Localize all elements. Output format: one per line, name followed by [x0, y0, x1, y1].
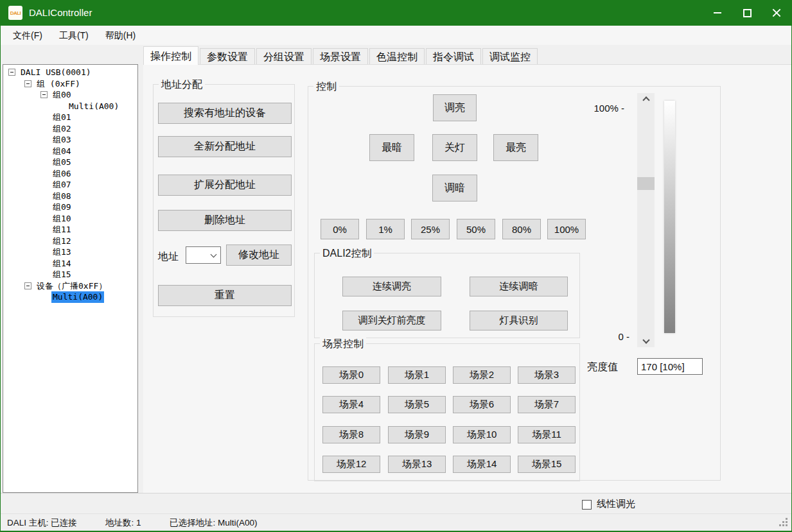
tree-item-14[interactable]: 组11: [3, 224, 137, 236]
luminaire-identify-button[interactable]: 灯具识别: [470, 311, 568, 330]
status-item-2: 已选择地址: Multi(A00): [170, 517, 258, 529]
tree-item-1[interactable]: 组 (0xFF): [3, 78, 137, 90]
tree-item-3[interactable]: Multi(A00): [3, 101, 137, 112]
brighten-button[interactable]: 调亮: [433, 94, 477, 121]
tree-item-19[interactable]: 设备（广播0xFF）: [3, 280, 137, 292]
scroll-up-button[interactable]: [637, 93, 655, 105]
tree-item-12[interactable]: 组09: [3, 202, 137, 213]
address-combobox[interactable]: [186, 246, 221, 264]
scroll-down-button[interactable]: [637, 336, 655, 347]
menu-bar: 文件(F)工具(T)帮助(H): [1, 26, 791, 45]
tree-item-4[interactable]: 组01: [3, 112, 137, 123]
group-title: 场景控制: [320, 338, 366, 350]
tree-item-16[interactable]: 组13: [3, 246, 137, 258]
scene-button-9[interactable]: 场景9: [388, 426, 446, 443]
modify-address-button[interactable]: 修改地址: [226, 245, 292, 266]
tree-item-0[interactable]: DALI USB(0001): [3, 67, 137, 78]
tree-item-label: Multi(A00): [51, 291, 104, 303]
scene-button-12[interactable]: 场景12: [322, 456, 380, 473]
extend-assign-address-button[interactable]: 扩展分配地址: [158, 175, 292, 196]
scene-button-1[interactable]: 场景1: [388, 366, 446, 384]
tree-item-18[interactable]: 组15: [3, 269, 137, 280]
search-addressed-devices-button[interactable]: 搜索有地址的设备: [158, 103, 292, 124]
close-button[interactable]: [762, 0, 791, 26]
tab-3[interactable]: 场景设置: [313, 48, 368, 64]
percent-button-100[interactable]: 100%: [547, 219, 586, 239]
scene-button-6[interactable]: 场景6: [453, 396, 511, 413]
tree-expander-icon[interactable]: [24, 282, 31, 289]
scene-button-0[interactable]: 场景0: [322, 366, 380, 384]
assign-new-address-button[interactable]: 全新分配地址: [158, 136, 292, 157]
percent-button-50[interactable]: 50%: [457, 219, 495, 239]
percent-button-0[interactable]: 0%: [321, 219, 359, 239]
scene-button-2[interactable]: 场景2: [453, 366, 511, 384]
scene-button-4[interactable]: 场景4: [322, 396, 380, 413]
tree-item-6[interactable]: 组03: [3, 134, 137, 146]
tree-item-2[interactable]: 组00: [3, 89, 137, 101]
percent-button-1[interactable]: 1%: [366, 219, 405, 239]
dimmest-button[interactable]: 最暗: [369, 134, 414, 161]
reset-button[interactable]: 重置: [158, 285, 292, 306]
menu-item-1[interactable]: 工具(T): [51, 26, 97, 45]
recall-last-level-button[interactable]: 调到关灯前亮度: [342, 311, 441, 330]
scene-button-5[interactable]: 场景5: [388, 396, 446, 413]
resize-grip[interactable]: [786, 524, 788, 526]
close-icon: [771, 8, 782, 18]
light-off-button[interactable]: 关灯: [432, 134, 477, 161]
tree-item-label: 组02: [51, 123, 73, 135]
tree-item-label: 设备（广播0xFF）: [35, 280, 108, 292]
percent-button-25[interactable]: 25%: [411, 219, 450, 239]
scene-button-14[interactable]: 场景14: [453, 456, 511, 473]
tree-item-11[interactable]: 组08: [3, 191, 137, 202]
scene-button-3[interactable]: 场景3: [518, 366, 576, 384]
scene-button-11[interactable]: 场景11: [518, 426, 576, 443]
group-title: DALI2控制: [320, 247, 374, 259]
tree-expander-icon[interactable]: [40, 91, 48, 98]
scene-control-group: 场景控制 场景0场景1场景2场景3场景4场景5场景6场景7场景8场景9场景10场…: [314, 343, 580, 481]
tree-item-label: 组04: [51, 146, 73, 157]
tree-item-8[interactable]: 组05: [3, 157, 137, 168]
tree-item-17[interactable]: 组14: [3, 258, 137, 270]
tab-1[interactable]: 参数设置: [200, 48, 255, 64]
tree-expander-icon[interactable]: [24, 80, 31, 87]
brightness-scrollbar[interactable]: [637, 93, 655, 347]
maximize-icon: [743, 9, 752, 17]
delete-address-button[interactable]: 删除地址: [158, 210, 292, 231]
linear-dimming-checkbox[interactable]: [582, 500, 592, 510]
dim-button[interactable]: 调暗: [432, 175, 477, 202]
control-group: 控制 调亮 最暗 关灯 最亮 调暗 0%1%25%50%80%100% DALI…: [308, 86, 721, 481]
tree-expander-icon[interactable]: [8, 69, 15, 76]
brightness-value-label: 亮度值: [587, 361, 618, 374]
tab-2[interactable]: 分组设置: [256, 48, 312, 64]
tree-item-label: 组13: [51, 246, 73, 258]
brightness-value-field[interactable]: [637, 358, 703, 375]
scene-button-8[interactable]: 场景8: [322, 426, 380, 443]
tree-item-label: DALI USB(0001): [19, 67, 92, 78]
maximize-button[interactable]: [732, 0, 762, 26]
tab-0[interactable]: 操作控制: [143, 46, 198, 65]
scene-button-10[interactable]: 场景10: [453, 426, 511, 443]
scene-button-13[interactable]: 场景13: [388, 456, 446, 473]
tree-item-13[interactable]: 组10: [3, 213, 137, 225]
brightest-button[interactable]: 最亮: [493, 134, 538, 161]
tree-item-5[interactable]: 组02: [3, 123, 137, 135]
scene-button-7[interactable]: 场景7: [518, 396, 576, 413]
continuous-dim-button[interactable]: 连续调暗: [470, 277, 568, 296]
scene-button-15[interactable]: 场景15: [518, 456, 576, 473]
tab-4[interactable]: 色温控制: [369, 48, 425, 64]
menu-item-0[interactable]: 文件(F): [4, 26, 51, 45]
menu-item-2[interactable]: 帮助(H): [97, 26, 144, 45]
tree-item-label: 组01: [51, 112, 73, 123]
minimize-button[interactable]: [703, 0, 732, 26]
scrollbar-thumb[interactable]: [637, 177, 655, 190]
dali2-control-group: DALI2控制 连续调亮 连续调暗 调到关灯前亮度 灯具识别: [314, 253, 580, 338]
tree-item-15[interactable]: 组12: [3, 236, 137, 247]
percent-button-80[interactable]: 80%: [502, 219, 541, 239]
continuous-brighten-button[interactable]: 连续调亮: [342, 277, 441, 296]
tree-item-9[interactable]: 组06: [3, 168, 137, 180]
tree-item-7[interactable]: 组04: [3, 146, 137, 157]
tab-6[interactable]: 调试监控: [482, 48, 538, 64]
tab-5[interactable]: 指令调试: [426, 48, 481, 64]
tree-item-10[interactable]: 组07: [3, 179, 137, 191]
tree-item-20[interactable]: Multi(A00): [3, 291, 137, 303]
